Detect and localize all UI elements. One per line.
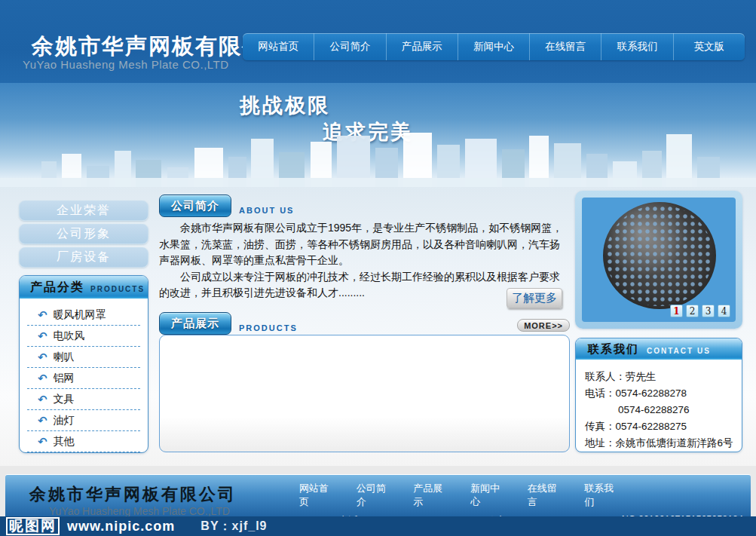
footer-link-home[interactable]: 网站首页: [299, 482, 338, 509]
more-button[interactable]: MORE>>: [517, 319, 570, 332]
city-skyline-illustration: [0, 128, 756, 187]
nav-item-news[interactable]: 新闻中心: [458, 33, 529, 60]
footer-links: 网站首页 公司简介 产品展示 新闻中心 在线留言 联系我们: [299, 482, 623, 509]
contact-address: 地址：余姚市低塘街道新洋路6号: [585, 435, 736, 452]
watermark-strip: 昵图网 www.nipic.com BY：xjf_l9: [0, 516, 756, 536]
contact-phone-1: 电话：0574-62288278: [585, 385, 736, 402]
curved-arrow-icon: ↶: [38, 351, 47, 364]
category-item-oil-lamp[interactable]: ↶油灯: [27, 410, 140, 431]
about-subtitle: ABOUT US: [239, 206, 294, 215]
product-category-subtitle: PRODUCTS: [90, 285, 145, 293]
products-subtitle: PRODUCTS: [239, 323, 298, 332]
nav-item-home[interactable]: 网站首页: [243, 33, 314, 60]
main-content: 企业荣誉 公司形象 厂房设备 产品分类 PRODUCTS ↶暖风机网罩 ↶电吹风…: [0, 187, 756, 466]
category-item-heater-mesh[interactable]: ↶暖风机网罩: [27, 305, 140, 326]
learn-more-button[interactable]: 了解更多: [507, 288, 562, 308]
contact-panel: 联系我们 CONTACT US 联系人：劳先生 电话：0574-62288278…: [575, 338, 742, 452]
category-label: 铝网: [54, 372, 75, 385]
pager-button-4[interactable]: 4: [718, 305, 730, 317]
curved-arrow-icon: ↶: [38, 329, 47, 343]
curved-arrow-icon: ↶: [38, 393, 47, 406]
contact-fax: 传真：0574-62288275: [585, 418, 736, 435]
curved-arrow-icon: ↶: [38, 435, 47, 449]
product-category-title: 产品分类: [30, 280, 84, 296]
footer-link-message[interactable]: 在线留言: [528, 482, 567, 509]
category-label: 文具: [54, 393, 75, 406]
sidebar-button-company-image[interactable]: 公司形象: [19, 224, 148, 244]
contact-person: 联系人：劳先生: [585, 369, 736, 385]
main-navbar: 网站首页 公司简介 产品展示 新闻中心 在线留言 联系我们 英文版: [243, 33, 745, 60]
product-image[interactable]: 1 2 3 4: [582, 198, 736, 322]
product-category-panel: 产品分类 PRODUCTS ↶暖风机网罩 ↶电吹风 ↶喇叭 ↶铝网 ↶文具 ↶油…: [19, 275, 148, 453]
header: 余姚市华声网板有限公司 YuYao Huasheng Mesh Plate CO…: [0, 0, 756, 83]
sidebar-button-factory[interactable]: 厂房设备: [19, 247, 148, 268]
category-item-other[interactable]: ↶其他: [27, 431, 140, 452]
about-section-header: 公司简介 ABOUT US: [159, 191, 570, 217]
nav-item-about[interactable]: 公司简介: [314, 33, 385, 60]
category-label: 油灯: [54, 414, 75, 427]
footer-company-cn: 余姚市华声网板有限公司: [29, 483, 237, 506]
pager-button-2[interactable]: 2: [686, 305, 699, 317]
category-item-hairdryer[interactable]: ↶电吹风: [27, 326, 140, 347]
mesh-grille-product-photo: [603, 202, 716, 309]
curved-arrow-icon: ↶: [38, 308, 47, 322]
image-pager: 1 2 3 4: [670, 305, 730, 317]
watermark-author: BY：xjf_l9: [200, 519, 267, 534]
category-label: 电吹风: [54, 329, 85, 343]
sidebar: 企业荣誉 公司形象 厂房设备 产品分类 PRODUCTS ↶暖风机网罩 ↶电吹风…: [19, 187, 148, 466]
curved-arrow-icon: ↶: [38, 414, 47, 427]
watermark-site-url: www.nipic.com: [67, 519, 175, 534]
footer-company-en: YuYao Huasheng Mesh Plate CO.,LTD: [49, 505, 230, 517]
products-display-box: [159, 335, 570, 452]
center-column: 公司简介 ABOUT US 余姚市华声网板有限公司成立于1995年，是专业生产不…: [159, 187, 570, 466]
category-item-speaker[interactable]: ↶喇叭: [27, 347, 140, 368]
contact-header: 联系我们 CONTACT US: [576, 338, 742, 360]
footer-link-contact[interactable]: 联系我们: [584, 482, 623, 509]
category-label: 暖风机网罩: [54, 308, 106, 322]
product-image-panel: 1 2 3 4: [575, 191, 742, 329]
footer-link-products[interactable]: 产品展示: [413, 482, 452, 509]
category-label: 喇叭: [54, 351, 75, 364]
contact-title: 联系我们: [588, 342, 639, 357]
nav-item-products[interactable]: 产品展示: [386, 33, 458, 60]
product-category-list: ↶暖风机网罩 ↶电吹风 ↶喇叭 ↶铝网 ↶文具 ↶油灯 ↶其他: [20, 299, 148, 452]
products-tab[interactable]: 产品展示: [159, 312, 231, 335]
contact-subtitle: CONTACT US: [647, 347, 711, 355]
footer-link-news[interactable]: 新闻中心: [470, 482, 510, 509]
product-category-header: 产品分类 PRODUCTS: [20, 276, 148, 299]
pager-button-3[interactable]: 3: [702, 305, 715, 317]
category-item-stationery[interactable]: ↶文具: [27, 389, 140, 410]
nav-item-contact[interactable]: 联系我们: [601, 33, 672, 60]
intro-paragraph-1: 余姚市华声网板有限公司成立于1995年，是专业生产不锈钢制品，如不锈钢网篮，水果…: [159, 220, 570, 269]
products-section-header: 产品展示 PRODUCTS MORE>>: [159, 309, 570, 335]
banner-slogan-line1: 挑战极限: [240, 92, 330, 119]
contact-details: 联系人：劳先生 电话：0574-62288278 0574-62288276 传…: [576, 360, 742, 452]
pager-button-1[interactable]: 1: [670, 305, 683, 317]
category-item-aluminum-mesh[interactable]: ↶铝网: [27, 368, 140, 389]
curved-arrow-icon: ↶: [38, 372, 47, 385]
category-label: 其他: [54, 435, 75, 449]
watermark-site-name: 昵图网: [6, 517, 60, 535]
about-tab[interactable]: 公司简介: [159, 194, 231, 217]
sidebar-button-honors[interactable]: 企业荣誉: [19, 201, 148, 221]
nav-item-english[interactable]: 英文版: [673, 33, 745, 60]
footer-link-about[interactable]: 公司简介: [357, 482, 396, 509]
contact-phone-2: 0574-62288276: [585, 402, 736, 418]
mesh-dots-texture: [606, 205, 713, 306]
company-logo-en: YuYao Huasheng Mesh Plate CO.,LTD: [23, 58, 229, 71]
nav-item-message[interactable]: 在线留言: [529, 33, 601, 60]
right-column: 1 2 3 4 联系我们 CONTACT US 联系人：劳先生 电话：0574-…: [575, 187, 742, 466]
hero-banner: 挑战极限 追求完美: [0, 83, 756, 187]
page: 余姚市华声网板有限公司 YuYao Huasheng Mesh Plate CO…: [0, 0, 756, 536]
